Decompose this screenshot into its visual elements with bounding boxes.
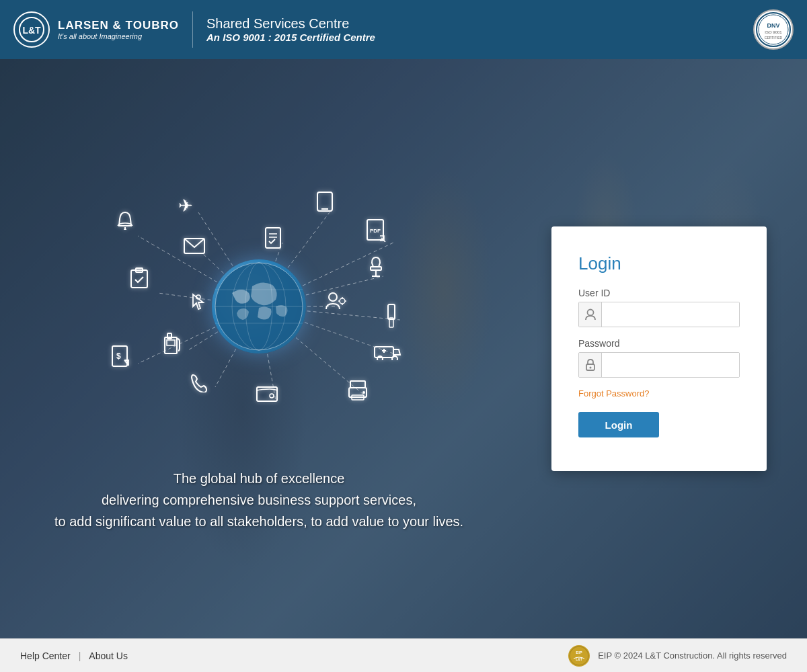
svg-point-35 — [124, 228, 126, 230]
footer-left: Help Center | About Us — [20, 650, 568, 661]
document-icon — [264, 227, 282, 249]
svg-rect-43 — [371, 267, 381, 270]
service-centre-title: Shared Services Centre — [206, 16, 753, 32]
svg-text:PDF: PDF — [370, 228, 381, 234]
eip-badge: EIP L&T — [568, 645, 590, 667]
svg-point-50 — [340, 298, 345, 304]
password-label: Password — [578, 338, 740, 349]
user-id-group: User ID — [578, 288, 740, 327]
svg-point-72 — [362, 391, 365, 394]
globe-icon — [212, 259, 306, 353]
password-group: Password — [578, 338, 740, 378]
header: L&T LARSEN & TOUBRO It's all about Imagi… — [0, 0, 807, 59]
header-logo: L&T LARSEN & TOUBRO It's all about Imagi… — [13, 11, 193, 48]
help-center-link[interactable]: Help Center — [20, 650, 71, 661]
usb-icon — [385, 303, 397, 330]
login-title: Login — [578, 253, 740, 274]
clipboard-icon — [130, 267, 149, 289]
lock-icon — [579, 353, 602, 377]
svg-text:L&T: L&T — [22, 25, 41, 36]
footer-copyright: EIP © 2024 L&T Construction. All rights … — [598, 650, 787, 661]
telephone-icon — [190, 374, 209, 392]
password-input-wrapper — [578, 352, 740, 378]
about-us-link[interactable]: About Us — [89, 650, 128, 661]
svg-point-49 — [329, 293, 337, 301]
svg-text:CERTIFIED: CERTIFIED — [765, 36, 783, 40]
company-tagline: It's all about Imagineering — [58, 32, 179, 40]
content-area: ✈ PDF — [0, 59, 807, 638]
svg-text:EIP: EIP — [576, 650, 582, 655]
person-settings-icon — [325, 292, 346, 310]
user-id-input[interactable] — [602, 302, 739, 327]
gas-station-icon — [163, 332, 182, 355]
lt-text-block: LARSEN & TOUBRO It's all about Imagineer… — [58, 19, 179, 40]
hero-tagline: The global hub of excellence delivering … — [54, 468, 463, 532]
svg-point-2 — [757, 13, 790, 46]
svg-rect-69 — [350, 381, 365, 388]
svg-point-68 — [270, 394, 274, 398]
main-area: ✈ PDF — [0, 59, 807, 638]
pdf-icon: PDF — [367, 219, 387, 242]
svg-rect-32 — [317, 192, 332, 211]
footer: Help Center | About Us EIP L&T EIP © 202… — [0, 638, 807, 672]
svg-text:ISO 9001: ISO 9001 — [765, 30, 782, 34]
printer-icon — [346, 380, 369, 401]
svg-point-75 — [589, 367, 591, 369]
footer-divider: | — [79, 650, 81, 661]
airplane-icon: ✈ — [178, 196, 193, 216]
dnv-badge: DNV ISO 9001 CERTIFIED — [753, 9, 794, 50]
svg-point-64 — [392, 356, 397, 360]
service-centre-subtitle: An ISO 9001 : 2015 Certified Centre — [206, 32, 753, 43]
svg-text:$: $ — [116, 351, 121, 361]
globe-diagram: ✈ PDF — [84, 165, 434, 448]
wallet-icon — [256, 384, 278, 403]
header-center: Shared Services Centre An ISO 9001 : 201… — [206, 16, 753, 43]
company-name: LARSEN & TOUBRO — [58, 19, 179, 32]
footer-right: EIP L&T EIP © 2024 L&T Construction. All… — [568, 645, 787, 667]
password-input[interactable] — [602, 353, 739, 377]
forgot-password-link[interactable]: Forgot Password? — [578, 388, 740, 398]
ambulance-icon — [373, 341, 401, 360]
user-id-label: User ID — [578, 288, 740, 298]
chair-icon — [367, 256, 385, 278]
svg-rect-58 — [167, 340, 175, 345]
login-box: Login User ID Password — [551, 226, 767, 471]
svg-point-73 — [587, 310, 593, 316]
mobile-device-icon — [316, 191, 334, 212]
left-side: ✈ PDF — [40, 165, 477, 532]
svg-rect-37 — [266, 228, 280, 248]
svg-text:DNV: DNV — [767, 22, 779, 29]
login-button[interactable]: Login — [578, 412, 659, 437]
lt-logo-circle: L&T — [13, 11, 50, 48]
cursor-icon — [190, 292, 206, 312]
svg-text:L&T: L&T — [576, 657, 582, 661]
user-icon — [579, 302, 602, 327]
user-id-input-wrapper — [578, 302, 740, 327]
bell-icon — [116, 211, 134, 230]
dollar-doc-icon: $ — [111, 345, 131, 367]
svg-rect-55 — [388, 304, 395, 319]
email-icon — [184, 238, 205, 254]
